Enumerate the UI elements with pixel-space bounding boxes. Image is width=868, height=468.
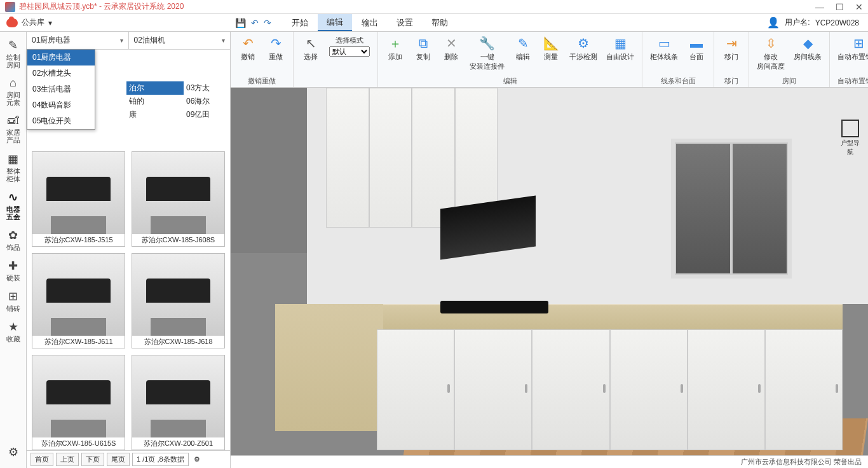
left-tool-hard-finish[interactable]: ✚硬装 — [0, 255, 26, 286]
left-tool-settings[interactable]: ⚙ — [0, 441, 26, 463]
category1-select[interactable]: 01厨房电器 01厨房电器02水槽龙头03生活电器04数码音影05电位开关 — [27, 32, 129, 49]
close-button[interactable]: ✕ — [855, 2, 863, 12]
install-button[interactable]: 🔧一键安装连接件 — [467, 34, 507, 72]
product-card-5[interactable]: 苏泊尔CXW-200-Z501 — [132, 355, 225, 450]
left-tool-draw-room[interactable]: ✎绘制 房间 — [0, 34, 26, 72]
delete-button[interactable]: ✕删除 — [439, 34, 463, 63]
user-icon[interactable]: 👤 — [767, 17, 780, 29]
pager-next[interactable]: 下页 — [81, 453, 104, 466]
menu-tabs: 开始编辑输出设置帮助 — [283, 14, 457, 31]
category2-value: 02油烟机 — [134, 35, 165, 46]
product-card-3[interactable]: 苏泊尔CXW-185-J618 — [132, 253, 225, 348]
undo-icon: ↶ — [240, 36, 255, 51]
quick-access-toolbar: 💾 ↶ ↷ — [230, 18, 276, 28]
copy-button[interactable]: ⧉复制 — [411, 34, 435, 63]
sliding-door-button[interactable]: ⇥移门 — [719, 34, 743, 63]
select-mode-title: 选择模式 — [336, 36, 363, 45]
viewport-3d[interactable]: 户型导航 — [231, 88, 868, 455]
product-card-0[interactable]: 苏泊尔CXW-185-J515 — [32, 151, 125, 247]
brand-0[interactable]: 泊尔 — [126, 81, 184, 95]
left-tool-favorite[interactable]: ★收藏 — [0, 316, 26, 347]
brand-2[interactable]: 铂的 — [126, 95, 184, 108]
category1-option-2[interactable]: 03生活电器 — [27, 81, 95, 97]
select-mode-select[interactable]: 默认 — [329, 46, 370, 57]
save-icon[interactable]: 💾 — [235, 18, 246, 28]
edit-button[interactable]: ✎编辑 — [511, 34, 535, 63]
library-selector[interactable]: 公共库 ▾ — [0, 14, 58, 31]
delete-icon: ✕ — [444, 36, 459, 51]
product-card-4[interactable]: 苏泊尔CXW-185-U615S — [32, 355, 125, 450]
user-name: YCP20W028 — [815, 18, 859, 27]
category1-option-0[interactable]: 01厨房电器 — [27, 50, 95, 65]
menu-tab-1[interactable]: 编辑 — [318, 14, 352, 31]
brand-1[interactable]: 03方太 — [184, 81, 241, 95]
room-height-button[interactable]: ⇳修改房间高度 — [754, 34, 787, 72]
free-design-button[interactable]: ▦自由设计 — [604, 34, 637, 63]
nav-cube-label: 户型导航 — [841, 139, 860, 155]
pager-first[interactable]: 首页 — [31, 453, 53, 466]
left-tool-home-products[interactable]: 🛋家居 产品 — [0, 110, 26, 148]
select-button[interactable]: ↖选择 — [299, 34, 323, 63]
redo-button[interactable]: ↷重做 — [264, 34, 288, 63]
collision-label: 干涉检测 — [569, 52, 597, 62]
user-label: 用户名: — [785, 17, 810, 28]
sliding-door-icon: ⇥ — [724, 36, 739, 51]
cabinet-label: 整体 柜体 — [6, 167, 20, 182]
collision-button[interactable]: ⚙干涉检测 — [567, 34, 600, 63]
countertop-icon: ▬ — [689, 36, 704, 51]
library-panel: 01厨房电器 01厨房电器02水槽龙头03生活电器04数码音影05电位开关 02… — [27, 32, 231, 468]
hard-finish-label: 硬装 — [6, 274, 20, 282]
category1-option-4[interactable]: 05电位开关 — [27, 113, 95, 129]
left-tool-cabinet[interactable]: ▦整体 柜体 — [0, 148, 26, 186]
select-mode: 选择模式默认 — [327, 34, 372, 58]
cabinet-line-label: 柜体线条 — [650, 52, 678, 62]
undo-quick-icon[interactable]: ↶ — [251, 18, 259, 28]
room-line-button[interactable]: ◆房间线条 — [791, 34, 824, 63]
home-products-label: 家居 产品 — [6, 128, 20, 144]
titlebar: 碧桂园凤凰城云顶.ycb* - 云承家居设计系统 2020 — ☐ ✕ — [0, 0, 868, 14]
menu-tab-3[interactable]: 设置 — [388, 14, 422, 31]
countertop-button[interactable]: ▬台面 — [684, 34, 709, 63]
pager-settings-icon[interactable]: ⚙ — [194, 455, 200, 464]
collision-icon: ⚙ — [576, 36, 591, 51]
auto-decor-icon: ⊞ — [851, 36, 866, 51]
auto-decor-button[interactable]: ⊞自动布置饰品 — [835, 34, 868, 63]
pager-last[interactable]: 尾页 — [107, 453, 130, 466]
install-icon: 🔧 — [480, 36, 495, 51]
cabinet-line-button[interactable]: ▭柜体线条 — [648, 34, 681, 63]
menu-tab-4[interactable]: 帮助 — [423, 14, 457, 31]
category2-select[interactable]: 02油烟机 — [129, 32, 231, 49]
left-tool-hardware[interactable]: ∿电器 五金 — [0, 186, 26, 224]
category1-option-3[interactable]: 04数码音影 — [27, 97, 95, 113]
left-tool-room-elements[interactable]: ⌂房间 元素 — [0, 72, 26, 110]
menu-tab-0[interactable]: 开始 — [283, 14, 317, 31]
minimize-button[interactable]: — — [815, 2, 824, 12]
undo-button[interactable]: ↶撤销 — [236, 34, 260, 63]
pager-prev[interactable]: 上页 — [56, 453, 79, 466]
menu-tab-2[interactable]: 输出 — [353, 14, 387, 31]
maximize-button[interactable]: ☐ — [836, 2, 844, 12]
ribbon-group-2: ＋添加⧉复制✕删除🔧一键安装连接件✎编辑📐测量⚙干涉检测▦自由设计编辑 — [378, 32, 642, 87]
product-card-1[interactable]: 苏泊尔CXW-185-J608S — [132, 151, 225, 247]
nav-cube[interactable]: 户型导航 — [839, 120, 862, 156]
left-tool-tile[interactable]: ⊞铺砖 — [0, 286, 26, 316]
free-design-label: 自由设计 — [606, 52, 634, 62]
app-logo — [5, 2, 15, 12]
window-controls: — ☐ ✕ — [815, 2, 863, 12]
brand-5[interactable]: 09亿田 — [184, 108, 241, 121]
room-height-icon: ⇳ — [763, 36, 778, 51]
select-icon: ↖ — [303, 36, 318, 51]
library-filters: 01厨房电器 01厨房电器02水槽龙头03生活电器04数码音影05电位开关 02… — [27, 32, 230, 50]
measure-button[interactable]: 📐测量 — [539, 34, 563, 63]
tile-label: 铺砖 — [6, 305, 20, 312]
category1-value: 01厨房电器 — [32, 35, 71, 46]
product-caption: 苏泊尔CXW-185-J611 — [32, 336, 125, 348]
ribbon-group-label-5: 房间 — [754, 76, 824, 86]
redo-quick-icon[interactable]: ↷ — [264, 18, 271, 28]
product-card-2[interactable]: 苏泊尔CXW-185-J611 — [32, 253, 125, 348]
add-button[interactable]: ＋添加 — [383, 34, 407, 63]
category1-option-1[interactable]: 02水槽龙头 — [27, 65, 95, 81]
left-tool-decor[interactable]: ✿饰品 — [0, 224, 26, 255]
brand-3[interactable]: 06海尔 — [184, 95, 241, 108]
brand-4[interactable]: 康 — [126, 108, 184, 121]
